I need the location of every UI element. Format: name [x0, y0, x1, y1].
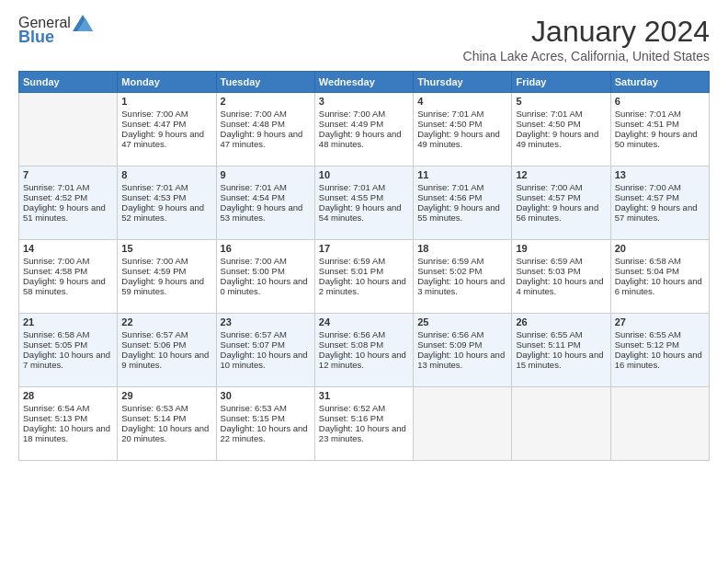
calendar-week-row: 28Sunrise: 6:54 AMSunset: 5:13 PMDayligh… — [19, 387, 710, 461]
day-number: 16 — [221, 243, 311, 254]
daylight-text: Daylight: 10 hours and 16 minutes. — [615, 350, 702, 370]
table-row: 16Sunrise: 7:00 AMSunset: 5:00 PMDayligh… — [216, 240, 314, 314]
sunset-text: Sunset: 4:49 PM — [319, 119, 383, 129]
daylight-text: Daylight: 10 hours and 7 minutes. — [23, 350, 110, 370]
day-number: 25 — [417, 316, 507, 327]
daylight-text: Daylight: 10 hours and 22 minutes. — [221, 423, 308, 443]
table-row: 11Sunrise: 7:01 AMSunset: 4:56 PMDayligh… — [414, 167, 512, 240]
day-number: 6 — [615, 96, 705, 107]
daylight-text: Daylight: 9 hours and 50 minutes. — [615, 129, 698, 149]
sunrise-text: Sunrise: 7:00 AM — [516, 182, 582, 192]
table-row: 27Sunrise: 6:55 AMSunset: 5:12 PMDayligh… — [610, 314, 709, 387]
col-saturday: Saturday — [610, 72, 709, 93]
table-row: 10Sunrise: 7:01 AMSunset: 4:55 PMDayligh… — [314, 167, 413, 240]
table-row: 8Sunrise: 7:01 AMSunset: 4:53 PMDaylight… — [118, 167, 216, 240]
sunrise-text: Sunrise: 6:57 AM — [221, 329, 287, 339]
daylight-text: Daylight: 10 hours and 15 minutes. — [516, 350, 603, 370]
table-row: 12Sunrise: 7:00 AMSunset: 4:57 PMDayligh… — [512, 167, 610, 240]
sunrise-text: Sunrise: 7:01 AM — [221, 182, 287, 192]
daylight-text: Daylight: 9 hours and 49 minutes. — [417, 129, 500, 149]
table-row: 20Sunrise: 6:58 AMSunset: 5:04 PMDayligh… — [610, 240, 709, 314]
title-block: January 2024 China Lake Acres, Californi… — [463, 15, 710, 63]
day-number: 10 — [319, 169, 409, 180]
day-number: 31 — [319, 390, 409, 401]
day-number: 7 — [23, 169, 113, 180]
col-monday: Monday — [118, 72, 216, 93]
table-row: 31Sunrise: 6:52 AMSunset: 5:16 PMDayligh… — [314, 387, 413, 461]
sunrise-text: Sunrise: 6:55 AM — [615, 329, 681, 339]
day-number: 18 — [417, 243, 507, 254]
daylight-text: Daylight: 10 hours and 10 minutes. — [221, 350, 308, 370]
daylight-text: Daylight: 10 hours and 12 minutes. — [319, 350, 406, 370]
daylight-text: Daylight: 9 hours and 55 minutes. — [417, 202, 500, 223]
table-row: 5Sunrise: 7:01 AMSunset: 4:50 PMDaylight… — [512, 93, 610, 167]
table-row: 3Sunrise: 7:00 AMSunset: 4:49 PMDaylight… — [314, 93, 413, 167]
sunrise-text: Sunrise: 6:57 AM — [121, 329, 188, 339]
calendar-week-row: 1Sunrise: 7:00 AMSunset: 4:47 PMDaylight… — [19, 93, 710, 167]
sunset-text: Sunset: 4:58 PM — [23, 266, 87, 276]
calendar-week-row: 14Sunrise: 7:00 AMSunset: 4:58 PMDayligh… — [19, 240, 710, 314]
day-number: 28 — [23, 390, 113, 401]
day-number: 13 — [615, 169, 705, 180]
day-number: 21 — [23, 316, 113, 327]
sunrise-text: Sunrise: 6:56 AM — [417, 329, 483, 339]
sunset-text: Sunset: 4:50 PM — [417, 119, 482, 129]
sunrise-text: Sunrise: 7:00 AM — [221, 109, 287, 119]
day-number: 12 — [516, 169, 606, 180]
sunrise-text: Sunrise: 6:52 AM — [319, 403, 385, 413]
calendar-table: Sunday Monday Tuesday Wednesday Thursday… — [18, 71, 710, 461]
day-number: 27 — [615, 316, 705, 327]
header-row: Sunday Monday Tuesday Wednesday Thursday… — [19, 72, 710, 93]
header: General Blue January 2024 China Lake Acr… — [18, 15, 710, 63]
sunset-text: Sunset: 5:03 PM — [516, 266, 580, 276]
sunset-text: Sunset: 4:57 PM — [615, 192, 679, 202]
sunset-text: Sunset: 5:04 PM — [615, 266, 679, 276]
sunset-text: Sunset: 5:00 PM — [221, 266, 285, 276]
table-row: 25Sunrise: 6:56 AMSunset: 5:09 PMDayligh… — [414, 314, 512, 387]
table-row: 22Sunrise: 6:57 AMSunset: 5:06 PMDayligh… — [118, 314, 216, 387]
sunrise-text: Sunrise: 6:58 AM — [23, 329, 89, 339]
sunset-text: Sunset: 5:06 PM — [121, 339, 186, 350]
daylight-text: Daylight: 10 hours and 2 minutes. — [319, 276, 406, 296]
table-row: 9Sunrise: 7:01 AMSunset: 4:54 PMDaylight… — [216, 167, 314, 240]
calendar-week-row: 7Sunrise: 7:01 AMSunset: 4:52 PMDaylight… — [19, 167, 710, 240]
daylight-text: Daylight: 10 hours and 9 minutes. — [121, 350, 209, 370]
sunset-text: Sunset: 5:02 PM — [417, 266, 482, 276]
daylight-text: Daylight: 10 hours and 0 minutes. — [221, 276, 308, 296]
daylight-text: Daylight: 9 hours and 56 minutes. — [516, 202, 598, 223]
daylight-text: Daylight: 9 hours and 52 minutes. — [121, 202, 204, 223]
table-row: 28Sunrise: 6:54 AMSunset: 5:13 PMDayligh… — [19, 387, 118, 461]
daylight-text: Daylight: 9 hours and 54 minutes. — [319, 202, 402, 223]
daylight-text: Daylight: 9 hours and 47 minutes. — [121, 129, 204, 149]
sunset-text: Sunset: 4:53 PM — [121, 192, 186, 202]
sunset-text: Sunset: 4:59 PM — [121, 266, 186, 276]
sunrise-text: Sunrise: 7:01 AM — [23, 182, 89, 192]
daylight-text: Daylight: 9 hours and 59 minutes. — [121, 276, 204, 296]
col-tuesday: Tuesday — [216, 72, 314, 93]
sunset-text: Sunset: 4:55 PM — [319, 192, 383, 202]
logo-blue-text: Blue — [18, 28, 54, 47]
daylight-text: Daylight: 10 hours and 20 minutes. — [121, 423, 209, 443]
daylight-text: Daylight: 9 hours and 57 minutes. — [615, 202, 698, 223]
sunset-text: Sunset: 5:12 PM — [615, 339, 679, 350]
sunrise-text: Sunrise: 6:59 AM — [319, 256, 385, 266]
sunrise-text: Sunrise: 7:01 AM — [319, 182, 385, 192]
daylight-text: Daylight: 9 hours and 47 minutes. — [221, 129, 303, 149]
sunset-text: Sunset: 4:57 PM — [516, 192, 580, 202]
daylight-text: Daylight: 9 hours and 58 minutes. — [23, 276, 106, 296]
sunset-text: Sunset: 5:16 PM — [319, 413, 383, 423]
sunset-text: Sunset: 5:07 PM — [221, 339, 285, 350]
day-number: 24 — [319, 316, 409, 327]
day-number: 2 — [221, 96, 311, 107]
sunrise-text: Sunrise: 6:54 AM — [23, 403, 89, 413]
table-row: 21Sunrise: 6:58 AMSunset: 5:05 PMDayligh… — [19, 314, 118, 387]
table-row: 24Sunrise: 6:56 AMSunset: 5:08 PMDayligh… — [314, 314, 413, 387]
day-number: 23 — [221, 316, 311, 327]
table-row — [414, 387, 512, 461]
daylight-text: Daylight: 9 hours and 51 minutes. — [23, 202, 106, 223]
table-row: 19Sunrise: 6:59 AMSunset: 5:03 PMDayligh… — [512, 240, 610, 314]
sunrise-text: Sunrise: 7:01 AM — [417, 182, 483, 192]
sunset-text: Sunset: 5:13 PM — [23, 413, 87, 423]
sunset-text: Sunset: 4:50 PM — [516, 119, 580, 129]
table-row — [610, 387, 709, 461]
